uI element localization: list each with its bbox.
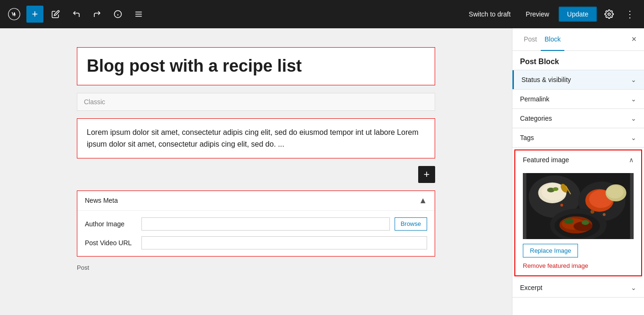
classic-block[interactable]: Classic [77, 93, 435, 111]
settings-button[interactable] [601, 6, 618, 23]
add-block-button[interactable]: + [418, 166, 435, 183]
svg-point-27 [607, 185, 624, 199]
chevron-down-icon-4: ⌄ [631, 134, 636, 141]
add-block-toolbar-button[interactable]: + [26, 6, 43, 23]
author-image-input[interactable] [141, 217, 390, 231]
author-image-label: Author Image [85, 220, 137, 228]
accordion-excerpt-header[interactable]: Excerpt ⌄ [512, 278, 644, 297]
edit-button[interactable] [47, 6, 64, 23]
accordion-permalink: Permalink ⌄ [512, 90, 644, 109]
add-block-row: + [77, 166, 435, 183]
post-block-title: Post Block [520, 58, 559, 66]
list-view-button[interactable] [130, 6, 147, 23]
undo-button[interactable] [68, 6, 85, 23]
accordion-permalink-header[interactable]: Permalink ⌄ [512, 90, 644, 108]
wp-logo[interactable] [6, 6, 23, 23]
main-layout: Blog post with a recipe list Classic Lor… [0, 28, 644, 315]
svg-point-24 [564, 218, 574, 224]
tab-post[interactable]: Post [520, 29, 541, 51]
news-meta-title: News Meta [85, 197, 118, 204]
svg-point-7 [608, 13, 611, 16]
svg-point-17 [553, 187, 559, 191]
editor-content: Blog post with a recipe list Classic Lor… [77, 47, 435, 183]
featured-image-label: Featured image [523, 156, 569, 164]
sidebar-tabs: Post Block × [512, 28, 644, 51]
chevron-up-icon: ∧ [629, 156, 634, 164]
text-block[interactable]: Lorem ipsum dolor sit amet, consectetur … [77, 118, 435, 158]
switch-to-draft-button[interactable]: Switch to draft [463, 8, 516, 21]
editor-area: Blog post with a recipe list Classic Lor… [0, 28, 512, 315]
classic-label: Classic [84, 98, 105, 106]
preview-button[interactable]: Preview [520, 8, 555, 21]
post-video-url-label: Post Video URL [85, 239, 137, 247]
accordion-excerpt-label: Excerpt [520, 284, 542, 291]
post-video-url-input[interactable] [141, 236, 427, 249]
accordion-categories-header[interactable]: Categories ⌄ [512, 109, 644, 128]
post-block-header: Post Block [512, 51, 644, 70]
accordion-categories-label: Categories [520, 115, 552, 122]
replace-image-button[interactable]: Replace Image [523, 244, 578, 257]
sidebar: Post Block × Post Block Status & visibil… [512, 28, 644, 315]
redo-button[interactable] [89, 6, 106, 23]
toolbar-right: Switch to draft Preview Update ⋮ [463, 6, 638, 23]
news-meta-toggle[interactable]: ▲ [419, 196, 427, 206]
chevron-down-icon-5: ⌄ [631, 284, 636, 291]
svg-point-25 [582, 220, 589, 225]
post-label: Post [77, 260, 435, 275]
browse-button[interactable]: Browse [395, 217, 427, 231]
sidebar-close-button[interactable]: × [631, 34, 636, 44]
more-options-button[interactable]: ⋮ [621, 6, 638, 23]
remove-featured-image-link[interactable]: Remove featured image [523, 262, 588, 269]
tab-block[interactable]: Block [541, 29, 564, 51]
title-block[interactable]: Blog post with a recipe list [77, 47, 435, 85]
update-button[interactable]: Update [559, 7, 597, 22]
chevron-down-icon-3: ⌄ [631, 115, 636, 122]
chevron-down-icon: ⌄ [631, 76, 636, 83]
news-meta-header[interactable]: News Meta ▲ [77, 191, 435, 211]
toolbar: + Switch to draft Preview Update ⋮ [0, 0, 644, 28]
accordion-permalink-label: Permalink [520, 95, 549, 103]
featured-image-preview[interactable] [523, 173, 634, 239]
featured-image-header[interactable]: Featured image ∧ [515, 150, 641, 169]
accordion-tags-label: Tags [520, 134, 534, 141]
accordion-status-visibility: Status & visibility ⌄ [512, 70, 644, 90]
featured-image-section: Featured image ∧ [514, 149, 642, 276]
author-image-row: Author Image Browse [85, 217, 427, 231]
accordion-excerpt: Excerpt ⌄ [512, 278, 644, 298]
info-button[interactable] [109, 6, 126, 23]
news-meta-section: News Meta ▲ Author Image Browse Post Vid… [77, 191, 435, 257]
post-title: Blog post with a recipe list [87, 55, 425, 77]
accordion-status-header[interactable]: Status & visibility ⌄ [512, 70, 644, 89]
accordion-tags: Tags ⌄ [512, 128, 644, 148]
accordion-status-label: Status & visibility [521, 76, 571, 83]
post-video-url-row: Post Video URL [85, 236, 427, 249]
svg-point-29 [591, 210, 594, 214]
accordion-categories: Categories ⌄ [512, 109, 644, 128]
chevron-down-icon-2: ⌄ [631, 95, 636, 103]
featured-image-body: Replace Image Remove featured image [515, 169, 641, 275]
body-text: Lorem ipsum dolor sit amet, consectetur … [87, 128, 418, 149]
accordion-tags-header[interactable]: Tags ⌄ [512, 128, 644, 147]
svg-point-28 [561, 204, 563, 207]
svg-point-30 [603, 213, 606, 216]
news-meta-body: Author Image Browse Post Video URL [77, 211, 435, 256]
